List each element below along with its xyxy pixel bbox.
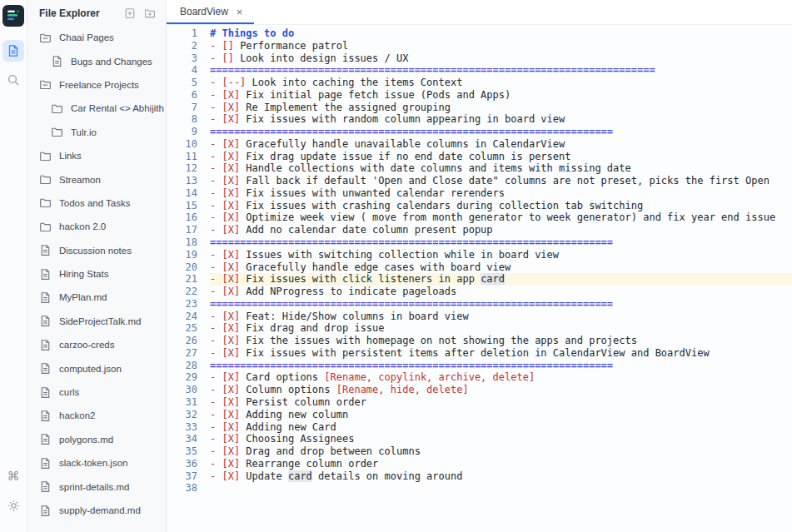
editor-line-code[interactable]: - [X] Fix drag and drop issue: [210, 322, 792, 335]
editor-line[interactable]: 38: [167, 482, 792, 495]
sidebar-item-todos-and-tasks[interactable]: Todos and Tasks: [27, 191, 166, 215]
editor-line-code[interactable]: ========================================…: [210, 236, 792, 249]
editor-line-code[interactable]: - [X] Gracefully handle unavailable colu…: [210, 138, 792, 151]
editor-line[interactable]: 18======================================…: [167, 236, 792, 249]
editor-line-code[interactable]: - [X] Handle collections with date colum…: [210, 162, 792, 175]
editor-line[interactable]: 24- [X] Feat: Hide/Show columns in board…: [167, 311, 792, 323]
editor-line-code[interactable]: - [X] Update card details on moving arou…: [210, 470, 792, 483]
line-number[interactable]: 4: [167, 64, 197, 77]
editor-line[interactable]: 8- [X] Fix issues with random column app…: [167, 113, 792, 126]
editor-line-code[interactable]: ========================================…: [210, 126, 792, 138]
line-number[interactable]: 1: [167, 27, 197, 40]
tab-boardview[interactable]: BoardView ×: [167, 0, 254, 24]
editor-line[interactable]: 29- [X] Card options [Rename, copylink, …: [167, 371, 792, 384]
editor-line-code[interactable]: - [X] Drag and drop between columns: [210, 445, 792, 458]
editor-line-code[interactable]: - [X] Gracefully handle edge cases with …: [210, 261, 792, 274]
editor-line[interactable]: 17- [X] Add no calendar date column pres…: [167, 224, 792, 236]
editor-line-code[interactable]: - [X] Card options [Rename, copylink, ar…: [210, 371, 792, 384]
editor-line[interactable]: 7- [X] Re Implement the assigned groupin…: [167, 102, 792, 114]
line-number[interactable]: 16: [167, 211, 197, 224]
editor-line-code[interactable]: # Things to do: [210, 27, 792, 40]
editor-line[interactable]: 35- [X] Drag and drop between columns: [167, 445, 792, 458]
sidebar-item-freelance-projects[interactable]: Freelance Projects: [27, 73, 166, 97]
sidebar-item-slack-token-json[interactable]: slack-token.json: [27, 451, 166, 475]
editor-line[interactable]: 23======================================…: [167, 298, 792, 311]
editor-line[interactable]: 21- [X] Fix issues with click listeners …: [167, 273, 792, 286]
editor-line[interactable]: 32- [X] Adding new column: [167, 409, 792, 421]
line-number[interactable]: 32: [167, 409, 197, 421]
line-number[interactable]: 3: [167, 52, 197, 65]
editor-line[interactable]: 25- [X] Fix drag and drop issue: [167, 322, 792, 335]
line-number[interactable]: 28: [167, 360, 197, 372]
settings-icon[interactable]: [2, 495, 24, 516]
editor-line[interactable]: 22- [X] Add NProgress to indicate pagelo…: [167, 286, 792, 298]
editor-line-code[interactable]: - [X] Fix drag update issue if no end da…: [210, 151, 792, 163]
editor-line[interactable]: 4=======================================…: [167, 64, 792, 77]
editor-line-code[interactable]: ========================================…: [210, 298, 792, 311]
line-number[interactable]: 7: [167, 102, 197, 114]
sidebar-item-myplan-md[interactable]: MyPlan.md: [27, 286, 166, 309]
line-number[interactable]: 6: [167, 89, 197, 102]
editor-line-code[interactable]: - [X] Adding new column: [210, 409, 792, 421]
line-number[interactable]: 36: [167, 458, 197, 470]
editor-line-code[interactable]: - [X] Optimize week view ( move from mon…: [210, 211, 792, 224]
editor-line-code[interactable]: - [X] Column options [Rename, hide, dele…: [210, 384, 792, 396]
sidebar-item-tulr-io[interactable]: Tulr.io: [27, 121, 166, 144]
line-number[interactable]: 30: [167, 384, 197, 396]
editor-line-code[interactable]: - [X] Fix initial page fetch issue (Pods…: [210, 89, 792, 102]
editor-line[interactable]: 11- [X] Fix drag update issue if no end …: [167, 151, 792, 163]
line-number[interactable]: 5: [167, 77, 197, 89]
line-number[interactable]: 31: [167, 396, 197, 409]
editor-line-code[interactable]: - [X] Fix issues with persistent items a…: [210, 347, 792, 360]
editor-line-code[interactable]: ========================================…: [210, 64, 792, 77]
editor-line[interactable]: 26- [X] Fix the issues with homepage on …: [167, 335, 792, 347]
editor-line-code[interactable]: - [X] Adding new Card: [210, 421, 792, 434]
tab-close-icon[interactable]: ×: [237, 7, 243, 17]
sidebar-item-discussion-notes[interactable]: Discussion notes: [27, 239, 166, 262]
sidebar-item-hackon2[interactable]: hackon2: [27, 404, 166, 427]
editor-line[interactable]: 30- [X] Column options [Rename, hide, de…: [167, 384, 792, 396]
line-number[interactable]: 2: [167, 40, 197, 52]
editor-line-code[interactable]: - [] Performance patrol: [210, 40, 792, 52]
line-number[interactable]: 11: [167, 151, 197, 163]
editor-line[interactable]: 14- [X] Fix issues with unwanted calenda…: [167, 187, 792, 200]
editor-line-code[interactable]: - [X] Add NProgress to indicate pageload…: [210, 286, 792, 298]
line-number[interactable]: 12: [167, 162, 197, 175]
editor-line[interactable]: 12- [X] Handle collections with date col…: [167, 162, 792, 175]
line-number[interactable]: 26: [167, 335, 197, 347]
line-number[interactable]: 13: [167, 175, 197, 187]
sidebar-item-sideprojecttalk-md[interactable]: SideProjectTalk.md: [27, 310, 166, 333]
editor-line[interactable]: 5- [--] Look into caching the items Cont…: [167, 77, 792, 89]
line-number[interactable]: 29: [167, 371, 197, 384]
sidebar-item-chaai-pages[interactable]: Chaai Pages: [27, 26, 166, 49]
line-number[interactable]: 9: [167, 126, 197, 138]
editor-line[interactable]: 37- [X] Update card details on moving ar…: [167, 470, 792, 483]
editor-line-code[interactable]: - [] Look into design issues / UX: [210, 52, 792, 65]
editor-line-code[interactable]: - [X] Fall back if default 'Open and Clo…: [210, 175, 792, 187]
editor-line[interactable]: 15- [X] Fix issues with crashing calenda…: [167, 200, 792, 212]
sidebar-item-bugs-and-changes[interactable]: Bugs and Changes: [27, 49, 166, 72]
editor-line-code[interactable]: - [X] Issues with switching collection w…: [210, 249, 792, 261]
line-number[interactable]: 37: [167, 470, 197, 483]
editor-line[interactable]: 9=======================================…: [167, 126, 792, 138]
line-number[interactable]: 33: [167, 421, 197, 434]
sidebar-item-sprint-details-md[interactable]: sprint-details.md: [27, 475, 166, 498]
line-number[interactable]: 25: [167, 322, 197, 335]
editor-line-code[interactable]: - [X] Persist column order: [210, 396, 792, 409]
editor-line[interactable]: 33- [X] Adding new Card: [167, 421, 792, 434]
line-number[interactable]: 34: [167, 433, 197, 445]
editor-line[interactable]: 20- [X] Gracefully handle edge cases wit…: [167, 261, 792, 274]
sidebar-item-hackon-2-0[interactable]: hackon 2.0: [27, 215, 166, 238]
command-icon[interactable]: ⌘: [2, 465, 24, 487]
editor-line-code[interactable]: - [X] Feat: Hide/Show columns in board v…: [210, 311, 792, 323]
editor-line-code[interactable]: - [X] Rearrange column order: [210, 458, 792, 470]
editor-line-code[interactable]: ========================================…: [210, 360, 792, 372]
line-number[interactable]: 15: [167, 200, 197, 212]
editor-line[interactable]: 3- [] Look into design issues / UX: [167, 52, 792, 65]
file-explorer-icon[interactable]: [2, 40, 24, 62]
line-number[interactable]: 24: [167, 311, 197, 323]
line-number[interactable]: 8: [167, 113, 197, 126]
editor-line[interactable]: 36- [X] Rearrange column order: [167, 458, 792, 470]
editor-line[interactable]: 19- [X] Issues with switching collection…: [167, 249, 792, 261]
sidebar-item-car-rental-abhijith[interactable]: Car Rental <> Abhijith: [27, 97, 166, 120]
